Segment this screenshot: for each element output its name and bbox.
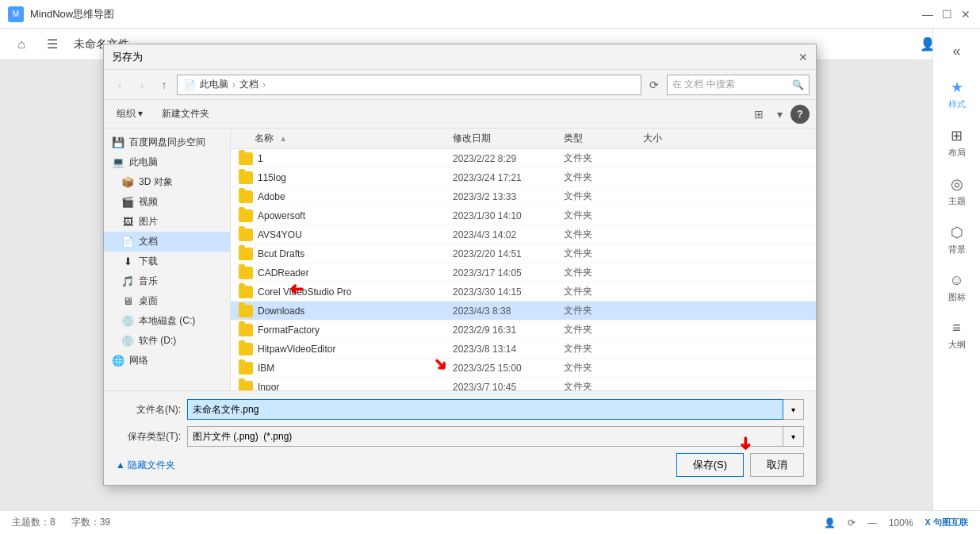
address-icon: 📄	[184, 79, 196, 90]
collapse-icon: «	[952, 43, 960, 60]
sidebar-item-outline[interactable]: ≡ 大纲	[933, 313, 980, 357]
save-button[interactable]: 保存(S)	[676, 453, 744, 477]
3d-icon: 📦	[121, 176, 134, 189]
table-row[interactable]: IBM 2023/3/25 15:00 文件夹	[231, 359, 816, 378]
iconset-label: 图标	[948, 291, 966, 303]
file-name-cell: AVS4YOU	[231, 229, 453, 241]
sidebar-item-layout[interactable]: ⊞ 布局	[933, 121, 980, 165]
table-row[interactable]: CADReader 2023/3/17 14:05 文件夹	[231, 263, 816, 282]
nav-bar: ‹ › ↑ 📄 此电脑 › 文档 › ⟳ 在 文档 中搜索 🔍	[104, 70, 816, 100]
refresh-button[interactable]: ⟳	[645, 75, 664, 94]
up-button[interactable]: ↑	[155, 75, 174, 94]
cancel-button[interactable]: 取消	[750, 453, 804, 477]
music-icon: 🎵	[121, 275, 134, 288]
help-button[interactable]: ?	[791, 105, 810, 124]
table-row[interactable]: AVS4YOU 2023/4/3 14:02 文件夹	[231, 225, 816, 244]
address-bar[interactable]: 📄 此电脑 › 文档 ›	[177, 75, 641, 95]
nav-item-this-pc[interactable]: 💻 此电脑	[104, 152, 230, 172]
file-name-cell: Corel VideoStudio Pro	[231, 286, 453, 298]
file-name-cell: Bcut Drafts	[231, 248, 453, 260]
nav-item-picture[interactable]: 🖼 图片	[104, 212, 230, 232]
table-row[interactable]: Adobe 2023/3/2 13:33 文件夹	[231, 187, 816, 206]
bg-icon: ⬡	[951, 224, 963, 241]
file-list-header: 名称 ▲ 修改日期 类型 大小	[231, 129, 816, 149]
maximize-button[interactable]: ☐	[940, 8, 953, 21]
organize-button[interactable]: 组织 ▾	[110, 105, 149, 123]
home-icon[interactable]: ⌂	[12, 35, 31, 54]
minimize-button[interactable]: —	[921, 8, 934, 21]
baidu-icon: 💾	[112, 136, 124, 149]
col-header-size[interactable]: 大小	[643, 132, 706, 145]
col-header-date[interactable]: 修改日期	[453, 132, 564, 145]
folder-icon	[239, 248, 253, 260]
network-icon: 🌐	[112, 355, 124, 367]
table-row[interactable]: Apowersoft 2023/1/30 14:10 文件夹	[231, 206, 816, 225]
filename-dropdown[interactable]: ▾	[783, 399, 804, 420]
folder-icon	[239, 324, 253, 336]
file-name-cell: Downloads	[231, 305, 453, 317]
folder-icon	[239, 305, 253, 317]
filetype-row: 保存类型(T): ▾	[116, 426, 804, 447]
new-folder-button[interactable]: 新建文件夹	[155, 105, 216, 123]
menu-icon[interactable]: ☰	[43, 35, 62, 54]
table-row-downloads[interactable]: Downloads 2023/4/3 8:38 文件夹	[231, 302, 816, 321]
filetype-dropdown[interactable]: ▾	[783, 426, 804, 447]
watermark-text: X 句图互联	[925, 517, 968, 528]
nav-item-soft-d[interactable]: 💿 软件 (D:)	[104, 331, 230, 351]
filename-row: 文件名(N): ▾	[116, 399, 804, 420]
nav-item-music[interactable]: 🎵 音乐	[104, 271, 230, 291]
view-toggle-button[interactable]: ⊞	[749, 105, 768, 124]
dialog-close-button[interactable]: ✕	[794, 48, 812, 66]
nav-item-baidu[interactable]: 💾 百度网盘同步空间	[104, 133, 230, 152]
nav-item-video[interactable]: 🎬 视频	[104, 192, 230, 212]
download-nav-icon: ⬇	[121, 255, 134, 268]
sort-arrow: ▲	[279, 134, 287, 143]
app-close-button[interactable]: ✕	[959, 8, 972, 21]
iconset-icon: ☺	[949, 272, 963, 289]
file-name-cell: 1	[231, 152, 453, 165]
sidebar-item-style[interactable]: ★ 样式	[933, 72, 980, 117]
table-row[interactable]: 115log 2023/3/24 17:21 文件夹	[231, 168, 816, 187]
sidebar-item-theme[interactable]: ◎ 主题	[933, 169, 980, 213]
hide-folder-toggle[interactable]: ▲ 隐藏文件夹	[116, 459, 175, 472]
table-row[interactable]: 1 2023/2/22 8:29 文件夹	[231, 149, 816, 168]
search-placeholder-text: 在 文档 中搜索	[672, 78, 735, 91]
table-row[interactable]: Corel VideoStudio Pro 2023/3/30 14:15 文件…	[231, 282, 816, 302]
sidebar-item-bg[interactable]: ⬡ 背景	[933, 217, 980, 262]
file-name-cell: Apowersoft	[231, 209, 453, 222]
col-header-type[interactable]: 类型	[564, 132, 643, 145]
col-header-name[interactable]: 名称 ▲	[231, 132, 453, 145]
nav-item-docs[interactable]: 📄 文档	[104, 232, 230, 252]
app-titlebar: M MindNow思维导图 — ☐ ✕	[0, 0, 980, 29]
back-button[interactable]: ‹	[110, 75, 129, 94]
save-as-dialog: 另存为 ✕ ‹ › ↑ 📄 此电脑 › 文档 › ⟳ 在 文档 中搜索 🔍 组织…	[103, 44, 817, 486]
folder-icon	[239, 229, 253, 241]
style-label: 样式	[948, 98, 966, 110]
folder-icon	[239, 267, 253, 279]
forward-button[interactable]: ›	[132, 75, 151, 94]
local-c-icon: 💿	[121, 315, 134, 328]
nav-item-network[interactable]: 🌐 网络	[104, 351, 230, 371]
file-name-cell: 115log	[231, 171, 453, 184]
bg-label: 背景	[948, 244, 966, 255]
sidebar-item-iconset[interactable]: ☺ 图标	[933, 266, 980, 309]
filename-input[interactable]	[187, 399, 783, 420]
sidebar-collapse[interactable]: «	[933, 36, 980, 68]
address-part2: 文档	[239, 78, 258, 91]
filename-label: 文件名(N):	[116, 403, 187, 417]
folder-icon	[239, 343, 253, 355]
search-bar[interactable]: 在 文档 中搜索 🔍	[667, 75, 810, 95]
nav-item-3d[interactable]: 📦 3D 对象	[104, 172, 230, 192]
view-dropdown-button[interactable]: ▾	[770, 105, 789, 124]
nav-item-desktop[interactable]: 🖥 桌面	[104, 291, 230, 311]
table-row[interactable]: FormatFactory 2023/2/9 16:31 文件夹	[231, 321, 816, 340]
layout-icon: ⊞	[951, 127, 963, 144]
file-name-cell: CADReader	[231, 267, 453, 279]
left-nav-panel: 💾 百度网盘同步空间 💻 此电脑 📦 3D 对象 🎬 视频 🖼 图	[104, 129, 231, 390]
table-row[interactable]: HitpawVideoEditor 2023/3/8 13:14 文件夹	[231, 340, 816, 359]
table-row[interactable]: Bcut Drafts 2023/2/20 14:51 文件夹	[231, 244, 816, 263]
nav-item-local-c[interactable]: 💿 本地磁盘 (C:)	[104, 311, 230, 331]
nav-item-download[interactable]: ⬇ 下载	[104, 252, 230, 271]
table-row[interactable]: Inpor 2023/3/7 10:45 文件夹	[231, 378, 816, 390]
docs-icon: 📄	[121, 236, 134, 248]
